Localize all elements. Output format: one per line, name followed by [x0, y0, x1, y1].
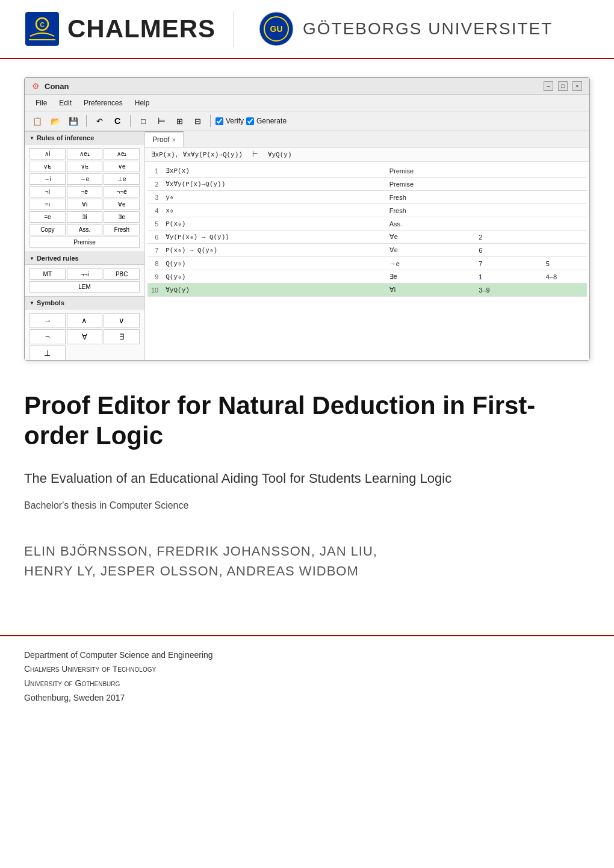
line-ref1 — [475, 191, 542, 204]
line-formula[interactable]: ∀yQ(y) — [162, 284, 385, 297]
menu-help[interactable]: Help — [129, 97, 156, 109]
table-row[interactable]: 6 ∀y(P(x₀) → Q(y)) ∀e 2 — [147, 231, 587, 244]
line-num: 2 — [147, 178, 162, 191]
line-formula[interactable]: y₀ — [162, 191, 385, 204]
toolbar-turnstile-btn[interactable]: ⊨ — [154, 114, 169, 128]
rule-neg-e[interactable]: ¬e — [67, 186, 103, 197]
rule-impl-i[interactable]: →i — [29, 173, 66, 185]
line-formula[interactable]: x₀ — [162, 204, 385, 217]
sym-exists[interactable]: ∃ — [104, 329, 140, 344]
line-ref2: 5 — [542, 257, 587, 270]
table-row[interactable]: 7 P(x₀) → Q(y₀) ∀e 6 — [147, 244, 587, 257]
maximize-button[interactable]: □ — [558, 81, 568, 91]
table-row[interactable]: 2 ∀x∀y(P(x)→Q(y)) Premise — [147, 178, 587, 191]
rule-eq-i[interactable]: =i — [29, 199, 66, 210]
close-button[interactable]: × — [572, 81, 582, 91]
table-row[interactable]: 10 ∀yQ(y) ∀i 3–9 — [147, 284, 587, 297]
sym-neg[interactable]: ¬ — [29, 329, 66, 344]
rules-grid: ∧i ∧e₁ ∧e₂ ∨i₁ ∨i₂ ∨e →i →e ⊥e ¬i ¬e ¬¬e… — [25, 144, 144, 252]
rule-eq-e[interactable]: =e — [29, 211, 66, 223]
rule-mt[interactable]: MT — [29, 268, 66, 280]
line-formula[interactable]: ∃xP(x) — [162, 164, 385, 178]
generate-check[interactable]: Generate — [246, 117, 287, 125]
right-panel: Proof × ∃xP(x), ∀x∀y(P(x)→Q(y)) ⊢ ∀yQ(y)… — [145, 131, 589, 360]
line-formula[interactable]: ∀x∀y(P(x)→Q(y)) — [162, 178, 385, 191]
symbols-label: Symbols — [37, 299, 64, 306]
verify-checkbox[interactable] — [216, 117, 223, 125]
rule-negnegi[interactable]: ¬¬i — [67, 268, 103, 280]
symbols-section-header[interactable]: ▼ Symbols — [25, 296, 144, 309]
line-formula[interactable]: Q(y₀) — [162, 257, 385, 270]
line-rule: ∃e — [386, 270, 476, 284]
table-row[interactable]: 1 ∃xP(x) Premise — [147, 164, 587, 178]
line-num: 5 — [147, 217, 162, 231]
rule-impl-e[interactable]: →e — [67, 173, 103, 185]
rule-exists-e[interactable]: ∃e — [104, 211, 140, 223]
rule-ass[interactable]: Ass. — [67, 224, 103, 235]
minimize-button[interactable]: – — [544, 81, 553, 91]
table-row[interactable]: 9 Q(y₀) ∃e 1 4–8 — [147, 270, 587, 284]
generate-checkbox[interactable] — [246, 117, 254, 125]
sym-impl[interactable]: → — [29, 313, 66, 328]
line-formula[interactable]: P(x₀) → Q(y₀) — [162, 244, 385, 257]
page-subtitle: The Evaluation of an Educational Aiding … — [24, 470, 590, 488]
table-row[interactable]: 5 P(x₀) Ass. — [147, 217, 587, 231]
line-ref1: 2 — [475, 231, 542, 244]
rule-pbc[interactable]: PBC — [104, 268, 140, 280]
rule-and-e1[interactable]: ∧e₁ — [67, 148, 103, 160]
line-formula[interactable]: P(x₀) — [162, 217, 385, 231]
rule-exists-i[interactable]: ∃i — [67, 211, 103, 223]
line-ref2 — [542, 217, 587, 231]
sym-forall[interactable]: ∀ — [67, 329, 103, 344]
toolbar: 📋 📂 💾 ↶ C □ ⊨ ⊞ ⊟ Verify Generate — [25, 111, 589, 131]
rule-and-i[interactable]: ∧i — [29, 148, 66, 160]
toolbar-minus-btn[interactable]: ⊟ — [190, 114, 205, 128]
line-ref2 — [542, 204, 587, 217]
proof-tab-close[interactable]: × — [172, 137, 176, 143]
toolbar-new-btn[interactable]: 📋 — [29, 114, 45, 128]
table-row[interactable]: 4 x₀ Fresh — [147, 204, 587, 217]
table-row[interactable]: 3 y₀ Fresh — [147, 191, 587, 204]
toolbar-open-btn[interactable]: 📂 — [48, 114, 63, 128]
rule-forall-i[interactable]: ∀i — [67, 199, 103, 210]
table-row[interactable]: 8 Q(y₀) →e 7 5 — [147, 257, 587, 270]
toolbar-sep-2 — [130, 115, 131, 127]
menu-file[interactable]: File — [29, 97, 53, 109]
toolbar-box-btn[interactable]: □ — [135, 114, 151, 128]
rule-premise[interactable]: Premise — [29, 237, 140, 248]
line-formula[interactable]: ∀y(P(x₀) → Q(y)) — [162, 231, 385, 244]
toolbar-refresh-btn[interactable]: C — [110, 114, 125, 128]
rule-and-e2[interactable]: ∧e₂ — [104, 148, 140, 160]
rule-fresh[interactable]: Fresh — [104, 224, 140, 235]
chalmers-brand: C CHALMERS — [24, 11, 234, 47]
sym-or[interactable]: ∨ — [104, 313, 140, 328]
window-controls[interactable]: – □ × — [544, 81, 582, 91]
line-ref2 — [542, 284, 587, 297]
toolbar-plus-btn[interactable]: ⊞ — [172, 114, 187, 128]
line-ref2: 4–8 — [542, 270, 587, 284]
left-panel: ▼ Rules of inference ∧i ∧e₁ ∧e₂ ∨i₁ ∨i₂ … — [25, 131, 145, 360]
rule-or-i1[interactable]: ∨i₁ — [29, 161, 66, 172]
rules-section-header[interactable]: ▼ Rules of inference — [25, 131, 144, 144]
sym-and[interactable]: ∧ — [67, 313, 103, 328]
page-header: C CHALMERS GU GÖTEBORGS UNIVERSITET — [0, 0, 614, 59]
proof-table-container: 1 ∃xP(x) Premise 2 ∀x∀y(P(x)→Q(y)) Premi… — [145, 162, 589, 360]
toolbar-save-btn[interactable]: 💾 — [66, 114, 81, 128]
menu-edit[interactable]: Edit — [53, 97, 78, 109]
rule-bot-e[interactable]: ⊥e — [104, 173, 140, 185]
menu-preferences[interactable]: Preferences — [78, 97, 129, 109]
line-ref2 — [542, 164, 587, 178]
rule-copy[interactable]: Copy — [29, 224, 66, 235]
rule-lem[interactable]: LEM — [29, 281, 140, 293]
rule-or-e[interactable]: ∨e — [104, 161, 140, 172]
derived-section-header[interactable]: ▼ Derived rules — [25, 252, 144, 265]
rule-neg-i[interactable]: ¬i — [29, 186, 66, 197]
verify-check[interactable]: Verify — [216, 117, 244, 125]
sym-bot[interactable]: ⊥ — [29, 346, 66, 360]
rule-or-i2[interactable]: ∨i₂ — [67, 161, 103, 172]
rule-negneg-e[interactable]: ¬¬e — [104, 186, 140, 197]
toolbar-undo-btn[interactable]: ↶ — [91, 114, 107, 128]
rule-forall-e[interactable]: ∀e — [104, 199, 140, 210]
proof-tab-1[interactable]: Proof × — [145, 131, 184, 147]
line-formula[interactable]: Q(y₀) — [162, 270, 385, 284]
